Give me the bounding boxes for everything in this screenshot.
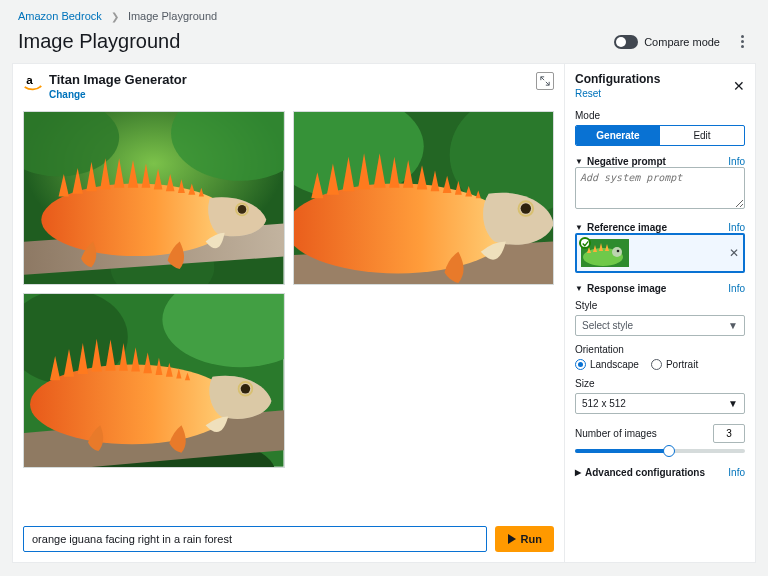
radio-icon (651, 359, 662, 370)
breadcrumb: Amazon Bedrock ❯ Image Playground (0, 0, 768, 26)
page-title: Image Playground (18, 30, 180, 53)
response-image-label: Response image (587, 283, 666, 294)
radio-icon (575, 359, 586, 370)
mode-label: Mode (575, 110, 745, 121)
svg-point-28 (617, 250, 620, 253)
negative-prompt-input[interactable] (575, 167, 745, 209)
breadcrumb-current: Image Playground (128, 10, 217, 22)
reference-thumbnail (581, 239, 629, 267)
reference-image-label: Reference image (587, 222, 667, 233)
response-image-header[interactable]: ▼ Response image Info (575, 283, 745, 294)
num-images-slider[interactable] (575, 449, 745, 453)
check-icon (579, 237, 591, 249)
model-name: Titan Image Generator (49, 72, 187, 87)
compare-mode-toggle[interactable]: Compare mode (614, 35, 720, 49)
image-gallery (23, 111, 554, 518)
mode-generate[interactable]: Generate (576, 126, 660, 145)
style-placeholder: Select style (582, 320, 633, 331)
caret-down-icon: ▼ (728, 320, 738, 331)
num-images-label: Number of images (575, 428, 707, 439)
more-menu-icon[interactable] (734, 34, 750, 50)
caret-down-icon: ▼ (575, 223, 583, 232)
size-select[interactable]: 512 x 512 ▼ (575, 393, 745, 414)
close-icon[interactable]: ✕ (733, 78, 745, 94)
playground-panel: a Titan Image Generator Change (12, 63, 756, 563)
slider-fill (575, 449, 669, 453)
breadcrumb-root[interactable]: Amazon Bedrock (18, 10, 102, 22)
svg-point-27 (612, 247, 622, 257)
style-label: Style (575, 300, 745, 311)
advanced-config-header[interactable]: ▶ Advanced configurations Info (575, 467, 745, 478)
svg-point-22 (30, 365, 234, 445)
config-title: Configurations (575, 72, 660, 86)
size-value: 512 x 512 (582, 398, 626, 409)
info-link[interactable]: Info (728, 222, 745, 233)
generated-image[interactable] (23, 293, 285, 467)
chevron-right-icon: ❯ (111, 11, 119, 22)
run-button-label: Run (521, 533, 542, 545)
generated-image[interactable] (293, 111, 555, 285)
compare-mode-label: Compare mode (644, 36, 720, 48)
orientation-portrait-label: Portrait (666, 359, 698, 370)
orientation-landscape[interactable]: Landscape (575, 359, 639, 370)
caret-down-icon: ▼ (728, 398, 738, 409)
caret-right-icon: ▶ (575, 468, 581, 477)
num-images-input[interactable] (713, 424, 745, 443)
svg-point-15 (520, 203, 530, 213)
mode-toggle: Generate Edit (575, 125, 745, 146)
remove-reference-icon[interactable]: ✕ (729, 246, 739, 260)
prompt-input[interactable] (23, 526, 487, 552)
reference-image-header[interactable]: ▼ Reference image Info (575, 222, 745, 233)
info-link[interactable]: Info (728, 283, 745, 294)
style-select[interactable]: Select style ▼ (575, 315, 745, 336)
amazon-logo-icon: a (23, 72, 43, 95)
negative-prompt-label: Negative prompt (587, 156, 666, 167)
play-icon (507, 534, 517, 544)
expand-icon[interactable] (536, 72, 554, 90)
generated-image[interactable] (23, 111, 285, 285)
mode-edit[interactable]: Edit (660, 126, 744, 145)
advanced-label: Advanced configurations (585, 467, 705, 478)
reset-link[interactable]: Reset (575, 88, 601, 99)
orientation-landscape-label: Landscape (590, 359, 639, 370)
negative-prompt-header[interactable]: ▼ Negative prompt Info (575, 156, 745, 167)
info-link[interactable]: Info (728, 467, 745, 478)
size-label: Size (575, 378, 745, 389)
svg-point-23 (241, 384, 251, 394)
svg-text:a: a (26, 73, 33, 86)
reference-image-slot[interactable]: ✕ (575, 233, 745, 273)
change-model-link[interactable]: Change (49, 89, 86, 100)
info-link[interactable]: Info (728, 156, 745, 167)
orientation-label: Orientation (575, 344, 745, 355)
caret-down-icon: ▼ (575, 284, 583, 293)
caret-down-icon: ▼ (575, 157, 583, 166)
orientation-portrait[interactable]: Portrait (651, 359, 698, 370)
slider-knob (663, 445, 675, 457)
run-button[interactable]: Run (495, 526, 554, 552)
svg-point-7 (238, 205, 247, 214)
toggle-icon (614, 35, 638, 49)
